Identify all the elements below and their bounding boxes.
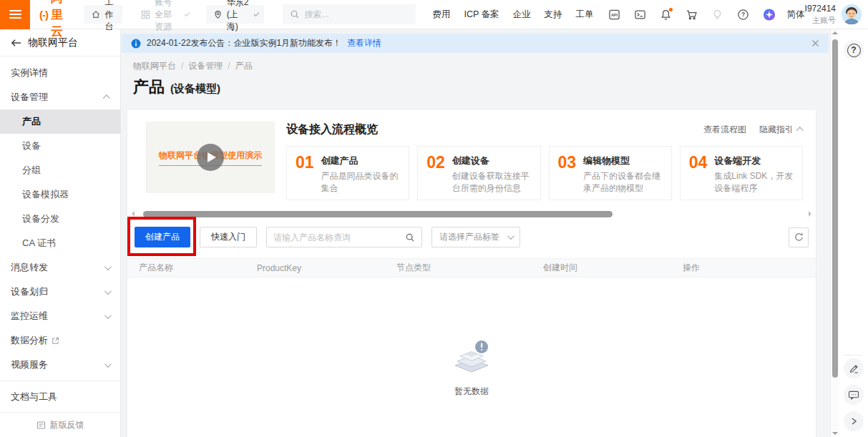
survey-dock-button[interactable] (844, 358, 864, 378)
hide-guide-link[interactable]: 隐藏指引 (759, 124, 803, 136)
access-flow-guide: 物联网平台物模型使用演示 设备接入流程概览 查看流程图 隐藏指引 01 创建产品… (127, 110, 816, 200)
play-icon[interactable] (197, 144, 224, 171)
account-type: 主账号 (805, 15, 836, 25)
hamburger-menu-icon[interactable] (0, 0, 30, 29)
demo-video-thumbnail[interactable]: 物联网平台物模型使用演示 (146, 122, 275, 193)
scroll-left-arrow[interactable] (132, 211, 135, 217)
scroll-down-arrow[interactable] (832, 432, 838, 435)
column-created-time: 创建时间 (532, 262, 671, 274)
sidebar: 物联网平台 实例详情 设备管理 产品 设备 分组 设备模拟器 设备分发 CA 证… (0, 29, 121, 437)
vertical-scrollbar-thumb[interactable] (832, 39, 838, 378)
api-icon[interactable]: API (608, 8, 621, 21)
collapse-dock-button[interactable] (844, 411, 864, 431)
column-node-type: 节点类型 (385, 262, 532, 274)
product-tag-select[interactable]: 请选择产品标签 (431, 227, 520, 247)
breadcrumb-item[interactable]: 设备管理 (188, 60, 235, 72)
avatar[interactable] (842, 4, 862, 24)
horizontal-scrollbar-thumb[interactable] (143, 211, 612, 217)
aliyun-logo[interactable]: (-) 阿里云 (39, 0, 69, 39)
step-title: 设备端开发 (714, 155, 761, 166)
close-icon[interactable] (811, 39, 819, 47)
magnifier-icon[interactable] (405, 232, 415, 242)
help-dock-button[interactable]: ? (844, 40, 864, 60)
console-icon[interactable] (634, 8, 647, 21)
column-actions: 操作 (671, 262, 816, 274)
page-title-row: 产品 (设备模型) (133, 77, 220, 98)
sidebar-item-device-management[interactable]: 设备管理 (0, 85, 120, 109)
sparkle-icon[interactable] (763, 8, 776, 21)
menu-item-support[interactable]: 支持 (545, 9, 562, 21)
cart-icon[interactable] (686, 8, 698, 21)
menu-item-enterprise[interactable]: 企业 (513, 9, 531, 21)
sidebar-item-message-forwarding[interactable]: 消息转发 (0, 255, 120, 280)
empty-state: 暂无数据 (127, 339, 816, 398)
guide-title: 设备接入流程概览 (286, 122, 378, 137)
chevron-down-icon (104, 288, 112, 295)
view-flowchart-link[interactable]: 查看流程图 (703, 124, 746, 136)
product-search-input[interactable] (273, 232, 401, 242)
sidebar-item-video-service[interactable]: 视频服务 (0, 353, 120, 377)
home-icon (91, 9, 101, 19)
workspace-button[interactable]: 工作台 (84, 5, 123, 24)
breadcrumb-item-current: 产品 (235, 60, 253, 72)
location-pin-icon (213, 10, 223, 19)
sidebar-item-group[interactable]: 分组 (0, 158, 120, 182)
refresh-button[interactable] (789, 227, 809, 247)
menu-item-tickets[interactable]: 工单 (576, 9, 594, 21)
feedback-chat-dock-button[interactable] (844, 385, 864, 405)
breadcrumb-item[interactable]: 物联网平台 (133, 60, 188, 72)
sidebar-divider (0, 380, 120, 381)
help-icon[interactable]: ? (737, 8, 750, 21)
step-number: 01 (296, 154, 314, 192)
logo-text: 阿里云 (51, 0, 69, 39)
create-product-button[interactable]: 创建产品 (135, 227, 190, 247)
chat-icon (848, 390, 859, 401)
chevron-up-icon (796, 127, 804, 134)
region-selector[interactable]: 华东2 (上海) (206, 5, 264, 24)
bulb-icon[interactable] (711, 8, 724, 21)
feedback-button[interactable]: 新版反馈 (0, 412, 120, 437)
sidebar-item-product[interactable]: 产品 (0, 109, 120, 134)
search-icon (290, 9, 300, 19)
scroll-right-arrow[interactable] (809, 211, 811, 217)
account-resources-dropdown[interactable]: 账号全部资源 (141, 0, 187, 33)
announcement-text: 2024-01-22发布公告：企业版实例1月新功能发布！ (147, 37, 341, 49)
grid-icon (141, 10, 150, 19)
menu-item-billing[interactable]: 费用 (433, 9, 451, 21)
vertical-scrollbar[interactable] (830, 29, 839, 437)
sidebar-item-device-simulator[interactable]: 设备模拟器 (0, 182, 120, 207)
empty-state-text: 暂无数据 (454, 386, 489, 398)
guide-step-3: 03 编辑物模型产品下的设备都会继承产品的物模型 (549, 146, 672, 200)
svg-text:API: API (611, 13, 618, 17)
region-label: 华东2 (上海) (227, 0, 250, 33)
step-desc: 产品下的设备都会继承产品的物模型 (583, 170, 663, 195)
scroll-up-arrow[interactable] (832, 31, 838, 34)
sidebar-item-device-assignment[interactable]: 设备划归 (0, 280, 120, 304)
step-number: 02 (426, 154, 445, 192)
workspace-label: 工作台 (105, 0, 116, 33)
product-toolbar: 创建产品 快速入门 请选择产品标签 (135, 227, 809, 247)
header-search-input[interactable] (305, 9, 409, 19)
announcement-link[interactable]: 查看详情 (347, 37, 381, 49)
sidebar-item-ca-cert[interactable]: CA 证书 (0, 231, 120, 255)
language-switcher[interactable]: 简体 (787, 9, 805, 21)
menu-item-icp[interactable]: ICP 备案 (464, 9, 499, 21)
step-number: 03 (558, 154, 577, 192)
chevron-down-icon (104, 360, 112, 368)
sidebar-menu: 实例详情 设备管理 产品 设备 分组 设备模拟器 设备分发 CA 证书 消息转发… (0, 57, 120, 409)
step-desc: 产品是同品类设备的集合 (321, 170, 401, 195)
pencil-icon (849, 363, 859, 374)
sidebar-item-monitoring-ops[interactable]: 监控运维 (0, 304, 120, 328)
account-menu[interactable]: I972414 主账号 (805, 4, 862, 25)
product-search[interactable] (266, 227, 422, 247)
sidebar-item-device-distribution[interactable]: 设备分发 (0, 207, 120, 231)
bell-icon[interactable] (660, 8, 673, 21)
sidebar-item-instance-detail[interactable]: 实例详情 (0, 61, 120, 85)
step-title: 创建产品 (321, 155, 359, 166)
sidebar-item-device[interactable]: 设备 (0, 134, 120, 158)
sidebar-item-data-analytics[interactable]: 数据分析 (0, 328, 120, 353)
header-search[interactable] (283, 4, 416, 24)
sidebar-item-docs-tools[interactable]: 文档与工具 (0, 385, 120, 409)
header-menu: 费用 ICP 备案 企业 支持 工单 (433, 9, 594, 21)
quickstart-button[interactable]: 快速入门 (200, 227, 257, 247)
